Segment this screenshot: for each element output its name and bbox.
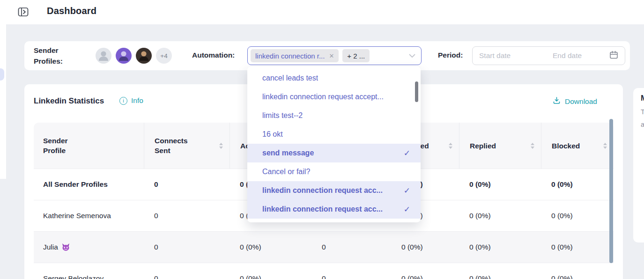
table-cell: 0 (0%) — [459, 169, 541, 200]
dropdown-item[interactable]: send message ✓ — [247, 144, 421, 162]
dropdown-scrollbar[interactable] — [415, 81, 418, 102]
column-header-label: Connects Sent — [155, 136, 201, 155]
column-header[interactable]: Blocked — [541, 123, 614, 169]
table-cell: 0 — [311, 263, 391, 279]
download-link[interactable]: Download — [553, 96, 597, 106]
table-cell: 0 — [144, 169, 229, 200]
column-header[interactable]: Sender Profile — [34, 123, 144, 169]
table-cell: 0 (0%) — [459, 263, 541, 279]
table-cell: 0 — [144, 232, 229, 263]
sender-profile-cell: Julia — [34, 232, 144, 263]
automation-dropdown: cancel leads test ✓ linkedin connection … — [247, 66, 421, 222]
check-icon: ✓ — [401, 148, 410, 158]
info-icon: i — [119, 97, 127, 105]
sender-profile-cell: Sergey Beloglazov — [34, 263, 144, 279]
table-cell: 0 — [311, 232, 391, 263]
sender-profiles-avatar-group[interactable]: +4 — [96, 48, 176, 64]
sender-profile-name: Katherine Semenova — [43, 212, 111, 220]
table-cell: 0 (0%) — [459, 200, 541, 231]
sender-profiles-label: Sender Profiles: — [34, 45, 74, 66]
column-header-label: Replied — [470, 141, 496, 151]
download-link-label: Download — [565, 97, 597, 106]
dropdown-item[interactable]: cancel leads test ✓ — [247, 69, 421, 88]
table-scrollbar[interactable] — [609, 119, 613, 263]
top-bar: Dashboard — [0, 0, 644, 24]
table-cell: 0 (0%) — [229, 263, 311, 279]
right-panel-title-fragment: M — [641, 94, 644, 103]
dropdown-item-label: cancel leads test — [262, 74, 318, 82]
dropdown-item-label: send message — [262, 149, 314, 157]
automation-more-tag[interactable]: + 2 ... — [342, 49, 370, 62]
table-cell: 0 (0%) — [541, 232, 614, 263]
automation-select[interactable]: linkedin connection r... ✕ + 2 ... — [247, 46, 422, 65]
end-date-input[interactable]: End date — [553, 51, 609, 60]
calendar-icon[interactable] — [609, 51, 618, 61]
table-cell: 0 (0%) — [459, 232, 541, 263]
table-cell: 0 (0%) — [541, 200, 614, 231]
info-link[interactable]: i Info — [119, 96, 143, 105]
sender-profile-cell: All Sender Profiles — [34, 169, 144, 200]
dropdown-item[interactable]: limits test--2 ✓ — [247, 106, 421, 125]
sender-profile-name: Julia — [43, 243, 58, 251]
dropdown-item-label: Cancel or fail? — [262, 168, 310, 176]
avatar[interactable] — [96, 48, 111, 64]
sidebar-active-item-fragment[interactable] — [0, 68, 4, 81]
dropdown-item-label: linkedin connection request acc... — [262, 186, 383, 195]
table-cell: 0 (0%) — [391, 232, 459, 263]
automation-more-label: + 2 ... — [347, 52, 365, 60]
table-cell: 0 (0%) — [229, 232, 311, 263]
automation-tag-label: linkedin connection r... — [255, 52, 325, 60]
sort-icon[interactable] — [449, 143, 452, 149]
sender-profile-cell: Katherine Semenova — [34, 200, 144, 231]
sort-icon[interactable] — [219, 143, 223, 149]
column-header-label: Blocked — [552, 141, 580, 151]
info-link-label: Info — [131, 96, 143, 105]
dropdown-item[interactable]: linkedin connection request accept... ✓ — [247, 88, 421, 106]
right-panel-text-fragment: a — [641, 121, 644, 128]
check-icon: ✓ — [401, 186, 410, 196]
dropdown-item[interactable]: linkedin connection request acc... ✓ — [247, 181, 421, 200]
dashboard-screen: Dashboard Sender Profiles: +4 Automation… — [0, 0, 644, 279]
avatar-more-count[interactable]: +4 — [156, 48, 172, 64]
period-label: Period: — [438, 51, 463, 59]
download-icon — [553, 96, 561, 106]
filters-bar: Sender Profiles: +4 Automation: linkedin… — [24, 41, 630, 70]
table-cell: 0 (0%) — [541, 263, 614, 279]
column-header[interactable]: Replied — [459, 123, 541, 169]
page-title: Dashboard — [47, 6, 96, 16]
chevron-down-icon[interactable] — [409, 54, 415, 58]
avatar[interactable] — [136, 48, 152, 64]
dropdown-item-label: linkedin connection request accept... — [262, 93, 384, 101]
table-cell: 0 (0%) — [541, 169, 614, 200]
card-title: Linkedin Statistics — [34, 96, 104, 106]
dropdown-item-label: linkedin connection request acc... — [262, 205, 383, 213]
sender-profile-name: Sergey Beloglazov — [43, 274, 104, 279]
right-panel-text-fragment: T — [641, 108, 644, 116]
avatar[interactable] — [116, 48, 132, 64]
devil-emoji — [62, 243, 70, 251]
table-cell: 0 — [144, 200, 229, 231]
sort-icon[interactable] — [603, 143, 607, 149]
dropdown-item[interactable]: Cancel or fail? ✓ — [247, 162, 421, 181]
dropdown-item-label: 16 okt — [262, 130, 283, 139]
collapsed-sidebar — [0, 24, 6, 179]
table-row: Julia 00 (0%)00 (0%)0 (0%)0 (0%) — [34, 231, 614, 263]
table-cell: 0 — [144, 263, 229, 279]
start-date-input[interactable]: Start date — [479, 51, 553, 60]
period-range-picker[interactable]: Start date End date — [472, 46, 625, 65]
remove-tag-icon[interactable]: ✕ — [329, 53, 334, 59]
sort-icon[interactable] — [531, 143, 534, 149]
column-header[interactable]: Connects Sent — [144, 123, 229, 169]
sidebar-expand-icon[interactable] — [18, 7, 29, 18]
dropdown-item[interactable]: 16 okt ✓ — [247, 125, 421, 144]
right-panel-fragment: M T a — [633, 88, 644, 242]
table-cell: 0 (0%) — [391, 263, 459, 279]
automation-label: Automation: — [192, 51, 235, 59]
dropdown-item-label: limits test--2 — [262, 111, 303, 120]
table-row: Sergey Beloglazov 00 (0%)00 (0%)0 (0%)0 … — [34, 263, 614, 279]
column-header-label: Sender Profile — [43, 136, 90, 155]
check-icon: ✓ — [401, 205, 410, 214]
automation-tag[interactable]: linkedin connection r... ✕ — [251, 49, 339, 62]
dropdown-item[interactable]: linkedin connection request acc... ✓ — [247, 200, 421, 219]
sender-profile-name: All Sender Profiles — [43, 180, 108, 189]
